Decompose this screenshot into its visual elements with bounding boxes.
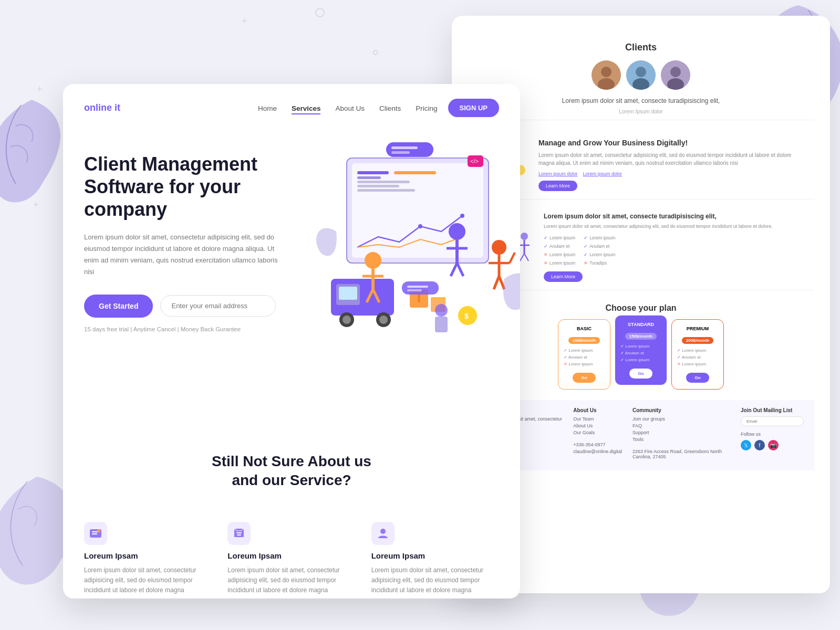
nav-link-home[interactable]: Home [258,104,277,112]
svg-rect-45 [391,146,418,149]
clients-quote: Lorem ipsum dolor sit amet, consecte tur… [478,96,804,106]
nav-link-about[interactable]: About Us [335,104,365,112]
feature-learn-more-button[interactable]: Learn More [544,271,583,282]
logo-text: online [84,102,115,113]
svg-line-32 [520,254,524,261]
get-started-button[interactable]: Get Started [84,295,153,318]
section-sure: Still Not Sure About usand our Service? [63,426,520,506]
facebook-icon[interactable]: f [754,440,765,450]
feature-icon-1 [84,522,107,545]
feature-item-2: Loreum Ipsam Lorem ipsum dolor sit amet,… [227,522,355,596]
svg-point-42 [418,224,422,228]
svg-line-72 [510,253,515,263]
nav-item-services[interactable]: Services [292,103,321,113]
footer-col-mailing: Join Out Mailing List Follow us 𝕏 f 📷 [741,407,804,463]
plan-button-premium[interactable]: Go [686,373,709,383]
svg-point-53 [379,316,388,324]
manage-link-1[interactable]: Lorem ipsum dolor [538,171,578,176]
footer-about-title: About Us [573,407,622,413]
plan-feature: Anulam et [564,355,605,360]
feature-item: ✕Lorem ipsum [544,250,575,259]
svg-rect-76 [435,317,448,332]
footer-col-about: About Us Our Team About Us Our Goals +33… [573,407,622,463]
plan-features-standard: Lorem ipsum Anulam et Lorem ipsum [620,344,661,362]
manage-content: Manage and Grow Your Business Digitally!… [538,139,804,191]
svg-rect-37 [394,171,436,174]
plan-price-basic: 100$/month [568,337,600,344]
svg-line-67 [451,263,457,276]
plan-feature: Lorem ipsum [677,362,718,366]
pricing-card-premium: PREMIUM 200$/month Lorem ipsum Anulam et… [671,319,724,390]
learn-more-button[interactable]: Learn More [538,181,577,191]
navigation: online it Home Services About Us Clients… [63,84,520,132]
feature-list-title: Lorem ipsum dolor sit amet, consecte tur… [544,213,773,220]
footer-address: 2263 Fire Access Road, Greensboro North … [632,449,730,459]
svg-point-1 [601,67,611,77]
nav-link-services[interactable]: Services [292,104,321,114]
plan-price-premium: 200$/month [682,337,713,344]
svg-rect-88 [236,532,242,533]
feature-icon-3 [371,522,395,545]
footer-phone2: +336-354-0977 [573,442,622,447]
svg-point-51 [343,316,351,324]
manage-link-2[interactable]: Lorem ipsum dolor [583,171,623,176]
hero-actions: Get Started [84,295,315,318]
feature-item-3: Loreum Ipsam Lorem ipsum dolor sit amet,… [371,522,499,596]
nav-item-about[interactable]: About Us [335,103,365,113]
svg-rect-41 [357,189,415,192]
plan-feature: Lorem ipsum [677,348,718,353]
svg-point-7 [670,67,681,77]
plan-name-standard: STANDARD [620,322,661,327]
pricing-title: Choose your plan [478,303,804,313]
nav-item-pricing[interactable]: Pricing [416,103,437,113]
plan-button-basic[interactable]: Go [573,373,595,383]
footer-about-link-3[interactable]: Our Goals [573,430,622,435]
svg-point-59 [365,252,381,269]
svg-rect-86 [92,533,97,534]
feature-desc-3: Lorem ipsum dolor sit amet, consectetur … [371,565,499,596]
front-card: online it Home Services About Us Clients… [63,84,520,598]
feature-item: ✕Turadips [584,259,615,267]
nav-links: Home Services About Us Clients Pricing [258,103,438,113]
email-input[interactable] [160,295,276,317]
feature-title-1: Loreum Ipsam [84,551,212,560]
footer-about-link-2[interactable]: About Us [573,423,622,428]
hero-title: Client Management Software for your comp… [84,153,315,221]
instagram-icon[interactable]: 📷 [768,440,779,450]
svg-text:$: $ [464,312,469,320]
plan-name-basic: BASIC [564,326,605,331]
plan-button-standard[interactable]: Go [629,369,652,379]
nav-item-home[interactable]: Home [258,103,277,113]
footer-col-community: Community Join our groups FAQ Support To… [632,407,730,463]
features-section: Loreum Ipsam Lorem ipsum dolor sit amet,… [63,506,520,598]
svg-point-75 [435,304,448,317]
plan-feature: Lorem ipsum [620,358,661,362]
svg-rect-81 [402,281,439,295]
svg-rect-49 [339,287,357,300]
nav-item-clients[interactable]: Clients [379,103,401,113]
plan-feature: Anulam et [677,355,718,360]
svg-rect-82 [407,286,428,288]
footer-community-title: Community [632,407,730,413]
footer-about-link-1[interactable]: Our Team [573,416,622,422]
pricing-cards: BASIC 100$/month Lorem ipsum Anulam et L… [478,319,804,390]
svg-point-43 [460,214,464,218]
feature-col-1: ✓Lorem ipsum ✓Anulam et ✕Lorem ipsum ✕Lo… [544,234,575,268]
footer-community-link-2[interactable]: FAQ [632,423,730,428]
pricing-card-standard: STANDARD 150$/month Lorem ipsum Anulam e… [615,315,667,385]
feature-title-3: Loreum Ipsam [371,551,499,560]
footer-community-link-3[interactable]: Support [632,430,730,435]
nav-link-pricing[interactable]: Pricing [416,104,437,112]
footer-community-link-4[interactable]: Tools [632,437,730,442]
svg-point-64 [449,223,465,240]
feature-item: ✓Lorem ipsum [544,234,575,242]
mailing-input[interactable] [741,416,804,426]
feature-list-content: Lorem ipsum dolor sit amet, consecte tur… [544,213,773,282]
twitter-icon[interactable]: 𝕏 [741,440,751,450]
footer-community-link-1[interactable]: Join our groups [632,416,730,422]
nav-link-clients[interactable]: Clients [379,104,401,112]
signup-button[interactable]: SIGN UP [448,99,499,117]
svg-text:</>: </> [470,158,479,164]
hero-description: Lorem ipsum dolor sit amet, consectetur … [84,232,284,278]
svg-rect-58 [431,297,445,300]
